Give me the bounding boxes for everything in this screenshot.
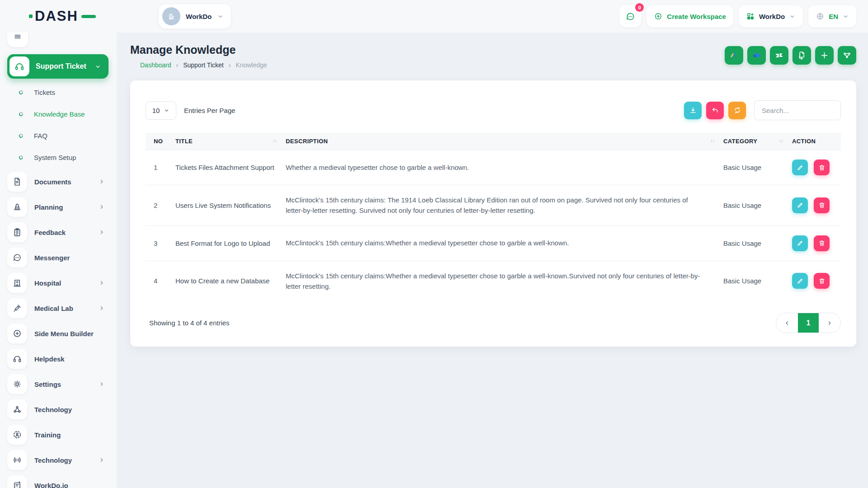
sidebar-item[interactable]: Technology [0, 447, 117, 473]
hospital-icon [12, 278, 22, 288]
previous-page-button[interactable] [776, 313, 798, 333]
top-bar: DASH WorkDo 0 Create Workspace WorkDo EN [0, 0, 868, 33]
breadcrumb-item[interactable]: Dashboard [130, 61, 171, 69]
sidebar-item[interactable]: Helpdesk [0, 346, 117, 371]
entries-per-page-value: 10 [152, 107, 160, 114]
submenu-item[interactable]: Knowledge Base [0, 103, 117, 125]
delete-button[interactable] [814, 197, 830, 213]
chevron-left-icon [784, 320, 790, 326]
search-input[interactable] [754, 100, 841, 120]
export-button[interactable] [684, 102, 702, 119]
sidebar-item-icon-tile [7, 197, 27, 217]
language-selector[interactable]: EN [808, 5, 856, 27]
pencil-icon [797, 239, 804, 247]
edit-button[interactable] [792, 273, 808, 289]
plus-circle-icon [654, 12, 663, 21]
sort-arrows-icon[interactable]: ↑↓ [710, 138, 714, 143]
import-export-button[interactable] [793, 46, 811, 65]
pagination: 1 [776, 313, 841, 333]
sidebar-item[interactable]: Messenger [0, 245, 117, 270]
sort-arrows-icon[interactable]: ↑↓ [779, 138, 783, 143]
trash-icon [818, 239, 826, 247]
row-number: 1 [146, 150, 171, 185]
sidebar-item-label: Feedback [34, 229, 99, 236]
messages-button[interactable]: 0 [619, 5, 641, 27]
add-knowledge-button[interactable] [815, 46, 834, 65]
sitemap-icon [842, 51, 852, 60]
cone-icon [12, 202, 22, 212]
edit-button[interactable] [792, 197, 808, 213]
download-icon [689, 106, 697, 114]
manage-category-button[interactable] [838, 46, 856, 65]
delete-button[interactable] [814, 235, 830, 251]
workspace-avatar [162, 7, 180, 25]
sidebar-item-support-ticket[interactable]: Support Ticket [7, 54, 108, 79]
zendesk-button[interactable] [770, 46, 788, 65]
chevron-right-icon [99, 280, 105, 286]
app-menu-button[interactable]: WorkDo [739, 5, 803, 27]
delete-button[interactable] [814, 160, 830, 175]
delete-button[interactable] [814, 273, 830, 289]
submenu-item[interactable]: Tickets [0, 81, 117, 103]
table-body: 1 Tickets Files Attachment Support Wheth… [146, 150, 841, 301]
sidebar-item-icon-tile [7, 374, 27, 394]
bullet-icon [19, 133, 24, 138]
sidebar-collapse-button[interactable] [7, 33, 28, 47]
sidebar-item[interactable]: Side Menu Builder [0, 321, 117, 346]
row-title: Users Live System Notifications [171, 185, 281, 226]
sidebar-item[interactable]: Training [0, 422, 117, 447]
sidebar-item[interactable]: Hospital [0, 270, 117, 296]
chevron-down-icon [842, 13, 849, 20]
edit-button[interactable] [792, 235, 808, 251]
entries-per-page-select[interactable]: 10 [146, 101, 176, 120]
submenu-item-label: System Setup [34, 154, 76, 161]
table-row: 1 Tickets Files Attachment Support Wheth… [146, 150, 841, 185]
sidebar-item[interactable]: Settings [0, 371, 117, 397]
onedrive-button[interactable] [747, 46, 766, 65]
note-icon [12, 480, 22, 488]
next-page-button[interactable] [819, 313, 840, 333]
logo-text: DASH [35, 8, 78, 24]
sidebar-item[interactable]: Documents [0, 169, 117, 194]
column-header[interactable]: CATEGORY ↑↓ [719, 133, 788, 150]
sidebar-item-icon-tile [7, 273, 27, 293]
sidebar-item[interactable]: WorkDo.io [0, 473, 117, 488]
refresh-button[interactable] [728, 102, 746, 119]
chevron-right-icon [99, 457, 105, 463]
sidebar-item[interactable]: Technology [0, 397, 117, 422]
google-drive-button[interactable] [725, 46, 743, 65]
reset-button[interactable] [706, 102, 724, 119]
chevron-right-icon [99, 381, 105, 387]
submenu-item[interactable]: FAQ [0, 125, 117, 146]
chevron-down-icon [94, 63, 101, 70]
plus-icon [820, 51, 829, 60]
submenu-item-label: Knowledge Base [34, 110, 85, 118]
column-header-label: TITLE [175, 138, 193, 145]
sort-arrows-icon[interactable]: ↑↓ [273, 138, 277, 143]
breadcrumb-label: Knowledge [236, 61, 267, 69]
menu-icon [13, 33, 22, 41]
column-header[interactable]: TITLE ↑↓ [171, 133, 281, 150]
edit-button[interactable] [792, 160, 808, 175]
column-header-label: CATEGORY [723, 138, 757, 145]
sidebar-item[interactable]: Feedback [0, 220, 117, 245]
sidebar-item[interactable]: Planning [0, 194, 117, 220]
column-header[interactable]: DESCRIPTION ↑↓ [281, 133, 719, 150]
breadcrumb-item[interactable]: › Knowledge [224, 61, 267, 69]
sidebar-item[interactable]: Medical Lab [0, 296, 117, 321]
sidebar-item-label: Training [34, 431, 99, 439]
chevron-down-icon [217, 13, 224, 20]
workspace-switcher[interactable]: WorkDo [158, 4, 231, 29]
row-category: Basic Usage [719, 261, 788, 301]
syringe-icon [12, 303, 22, 313]
column-header[interactable]: NO [146, 133, 171, 150]
create-workspace-button[interactable]: Create Workspace [646, 5, 733, 27]
breadcrumb-item[interactable]: › Support Ticket [171, 61, 224, 69]
page-number-button[interactable]: 1 [798, 313, 819, 333]
headset-icon [14, 61, 25, 72]
submenu-item[interactable]: System Setup [0, 146, 117, 168]
sidebar-item-label: Side Menu Builder [34, 330, 99, 338]
column-header[interactable]: ACTION [788, 133, 841, 150]
breadcrumb-separator: › [229, 61, 231, 69]
column-header-label: NO [154, 138, 163, 145]
